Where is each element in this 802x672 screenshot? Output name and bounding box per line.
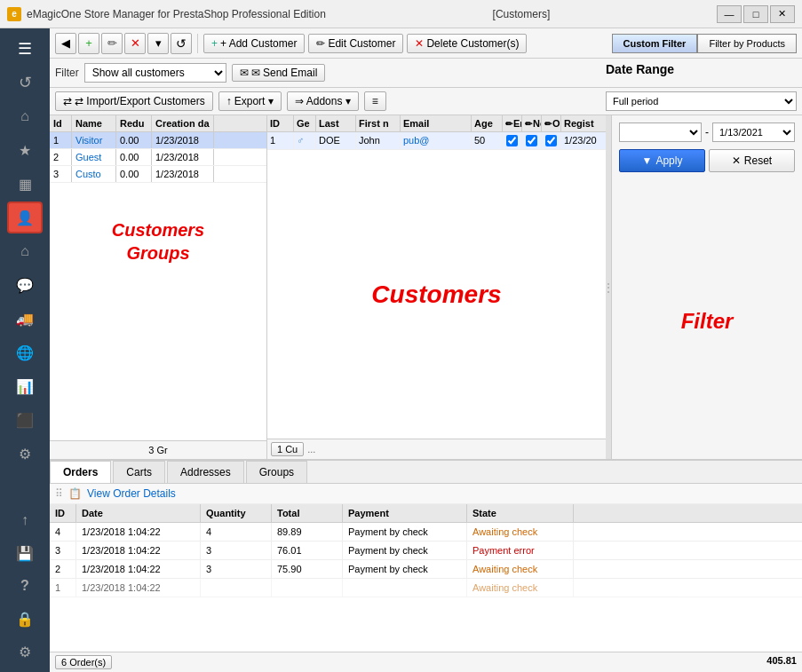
dh-id[interactable]: ID bbox=[267, 115, 294, 131]
addons-button[interactable]: ⇒ Addons ▾ bbox=[287, 91, 359, 111]
nav-edit-button[interactable]: ✏ bbox=[101, 33, 123, 54]
sidebar-item-menu[interactable]: ☰ bbox=[7, 33, 43, 65]
content-area: ◀ + ✏ ✕ ▾ ↺ + + Add Customer ✏ Edit Cust… bbox=[50, 28, 802, 672]
header-name: Name bbox=[72, 115, 116, 131]
or-state: Awaiting check bbox=[467, 523, 574, 541]
sidebar-item-modules[interactable]: ⬛ bbox=[7, 404, 43, 436]
nav-refresh-button[interactable]: ↺ bbox=[171, 33, 192, 54]
sidebar-item-backup[interactable]: 💾 bbox=[7, 537, 43, 569]
import-export-icon: ⇄ bbox=[63, 95, 72, 107]
or-total: 76.01 bbox=[272, 542, 343, 559]
sidebar-item-stats[interactable]: 📊 bbox=[7, 370, 43, 402]
window-title: [Customers] bbox=[493, 8, 551, 20]
orders-table-header: ID Date Quantity Total Payment State bbox=[50, 504, 802, 523]
table-row[interactable]: 1 1/23/2018 1:04:22 Awaiting check bbox=[50, 579, 802, 597]
delete-customer-button[interactable]: ✕ Delete Customer(s) bbox=[407, 34, 527, 53]
or-date: 1/23/2018 1:04:22 bbox=[76, 523, 201, 541]
tab-carts[interactable]: Carts bbox=[113, 461, 165, 483]
sidebar-item-prefs[interactable]: ⚙ bbox=[7, 636, 43, 668]
ne-checkbox bbox=[526, 135, 537, 146]
or-total: 89.89 bbox=[272, 523, 343, 541]
oh-payment[interactable]: Payment bbox=[343, 504, 467, 522]
dh-age[interactable]: Age bbox=[472, 115, 503, 131]
oh-state[interactable]: State bbox=[467, 504, 574, 522]
dr-or[interactable] bbox=[542, 132, 561, 149]
title-bar: e eMagicOne Store Manager for PrestaShop… bbox=[0, 0, 802, 28]
minimize-button[interactable]: — bbox=[717, 5, 742, 23]
dh-ge[interactable]: Ge bbox=[294, 115, 316, 131]
close-button[interactable]: ✕ bbox=[770, 5, 795, 23]
maximize-button[interactable]: □ bbox=[743, 5, 768, 23]
sidebar: ☰ ↺ ⌂ ★ ▦ 👤 ⌂ 💬 🚚 🌐 📊 ⬛ ⚙ ↑ 💾 ? 🔒 ⚙ bbox=[0, 28, 50, 672]
cell-date: 1/23/2018 bbox=[152, 166, 214, 182]
sidebar-item-upload[interactable]: ↑ bbox=[7, 504, 43, 536]
dh-last[interactable]: Last bbox=[316, 115, 356, 131]
reset-button[interactable]: ✕ Reset bbox=[709, 149, 795, 172]
add-customer-button[interactable]: + + Add Customer bbox=[203, 34, 305, 53]
sidebar-item-home[interactable]: ⌂ bbox=[7, 235, 43, 267]
detail-page-button[interactable]: 1 Cu bbox=[271, 442, 304, 456]
detail-table-row[interactable]: 1 ♂ DOE John pub@ 50 1/23/20 37.50 bbox=[267, 132, 606, 150]
filter-by-products-tab[interactable]: Filter by Products bbox=[697, 34, 797, 53]
dh-email[interactable]: Email bbox=[401, 115, 472, 131]
oh-date[interactable]: Date bbox=[76, 504, 201, 522]
nav-delete-button[interactable]: ✕ bbox=[124, 33, 146, 54]
sidebar-item-website[interactable]: 🌐 bbox=[7, 336, 43, 368]
edit-customer-button[interactable]: ✏ Edit Customer bbox=[308, 34, 403, 53]
or-id: 4 bbox=[50, 523, 76, 541]
sidebar-item-favorites[interactable]: ★ bbox=[7, 134, 43, 166]
apply-button[interactable]: ▼ Apply bbox=[619, 149, 705, 172]
send-email-button[interactable]: ✉ ✉ Send Email bbox=[232, 64, 326, 82]
table-row[interactable]: 3 Custo 0.00 1/23/2018 bbox=[50, 166, 266, 183]
detail-more: ... bbox=[307, 444, 315, 455]
sidebar-item-settings2[interactable]: ⚙ bbox=[7, 438, 43, 470]
full-period-select[interactable]: Full period bbox=[606, 91, 797, 111]
sidebar-item-shipping[interactable]: 🚚 bbox=[7, 303, 43, 335]
dr-er[interactable] bbox=[503, 132, 522, 149]
filter-settings-button[interactable]: ≡ bbox=[364, 91, 386, 111]
view-order-details-button[interactable]: View Order Details bbox=[87, 487, 176, 500]
table-row[interactable]: 2 1/23/2018 1:04:22 3 75.90 Payment by c… bbox=[50, 560, 802, 579]
oh-qty[interactable]: Quantity bbox=[201, 504, 272, 522]
sidebar-item-customers[interactable]: 👤 bbox=[7, 202, 43, 233]
or-payment bbox=[343, 579, 467, 597]
table-row[interactable]: 4 1/23/2018 1:04:22 4 89.89 Payment by c… bbox=[50, 523, 802, 542]
nav-back-button[interactable]: ◀ bbox=[55, 33, 76, 54]
nav-add-button[interactable]: + bbox=[78, 33, 99, 54]
detail-footer: 1 Cu ... bbox=[267, 439, 606, 459]
dr-age: 50 bbox=[472, 132, 503, 149]
sidebar-item-catalog[interactable]: ▦ bbox=[7, 168, 43, 200]
from-date-select[interactable] bbox=[619, 123, 702, 142]
table-row[interactable]: 1 Visitor 0.00 1/23/2018 bbox=[50, 132, 266, 149]
tab-orders[interactable]: Orders bbox=[50, 461, 111, 483]
export-button[interactable]: ↑ Export ▾ bbox=[218, 91, 282, 111]
nav-dropdown-button[interactable]: ▾ bbox=[147, 33, 169, 54]
app-title: eMagicOne Store Manager for PrestaShop P… bbox=[27, 8, 326, 20]
tab-addresses[interactable]: Addresses bbox=[167, 461, 244, 483]
header-redu: Redu bbox=[116, 115, 152, 131]
detail-table-header: ID Ge Last First n Email Age ✏Er ✏Ne ✏Or… bbox=[267, 115, 606, 132]
sidebar-item-refresh[interactable]: ↺ bbox=[7, 67, 43, 99]
main-container: ☰ ↺ ⌂ ★ ▦ 👤 ⌂ 💬 🚚 🌐 📊 ⬛ ⚙ ↑ 💾 ? 🔒 ⚙ ◀ + … bbox=[0, 28, 802, 672]
tab-groups[interactable]: Groups bbox=[246, 461, 307, 483]
or-total: 75.90 bbox=[272, 560, 343, 578]
orders-count-button[interactable]: 6 Order(s) bbox=[55, 655, 112, 669]
sidebar-item-messages[interactable]: 💬 bbox=[7, 269, 43, 301]
dh-regist[interactable]: Regist bbox=[561, 115, 606, 131]
sidebar-item-lock[interactable]: 🔒 bbox=[7, 603, 43, 635]
sidebar-item-help[interactable]: ? bbox=[7, 570, 43, 602]
filter-panel: - 1/13/2021 ▼ Apply ✕ Reset bbox=[611, 115, 802, 459]
or-qty: 3 bbox=[201, 542, 272, 559]
import-export-button[interactable]: ⇄ ⇄ Import/Export Customers bbox=[55, 91, 213, 111]
filter-select[interactable]: Show all customers bbox=[84, 63, 226, 83]
table-row[interactable]: 3 1/23/2018 1:04:22 3 76.01 Payment by c… bbox=[50, 542, 802, 560]
customers-groups-watermark: Customers Groups bbox=[50, 218, 266, 265]
dr-ne[interactable] bbox=[522, 132, 542, 149]
to-date-select[interactable]: 1/13/2021 bbox=[712, 123, 795, 142]
dh-first[interactable]: First n bbox=[356, 115, 401, 131]
sidebar-item-dashboard[interactable]: ⌂ bbox=[7, 100, 43, 132]
oh-total[interactable]: Total bbox=[272, 504, 343, 522]
table-row[interactable]: 2 Guest 0.00 1/23/2018 bbox=[50, 149, 266, 166]
custom-filter-tab[interactable]: Custom Filter bbox=[612, 34, 698, 53]
oh-id[interactable]: ID bbox=[50, 504, 76, 522]
